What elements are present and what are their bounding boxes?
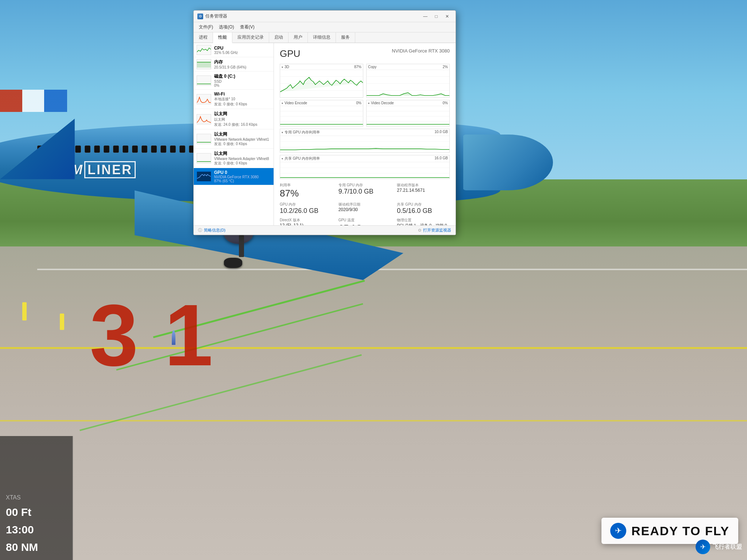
runway-letter-3: 3 bbox=[90, 291, 138, 379]
tab-users[interactable]: 用户 bbox=[289, 32, 308, 43]
eth2-subtitle: VMware Network Adapter VMnet1 bbox=[214, 137, 271, 141]
process-item-eth2[interactable]: 以太网 VMware Network Adapter VMnet1 发送: 0 … bbox=[194, 129, 274, 149]
aircraft-nose bbox=[463, 135, 553, 191]
gpu-item-subtitle: NVIDIA GeForce RTX 3080 bbox=[214, 175, 271, 179]
stat-gpu-memory: GPU 内存 10.2/26.0 GB bbox=[280, 202, 333, 215]
location-value: PCI 总线 1，设备 0，功能 0 bbox=[397, 223, 450, 225]
process-item-disk[interactable]: 磁盘 0 (C:) SSD 0% bbox=[194, 71, 274, 90]
shared-memory-header: ▾共享 GPU 内存利用率 16.0 GB bbox=[280, 155, 449, 162]
cpu-mini-chart bbox=[197, 45, 211, 55]
hud-xtas: XTAS bbox=[6, 494, 66, 501]
disk-title: 磁盘 0 (C:) bbox=[214, 73, 271, 79]
tail-stripe bbox=[0, 90, 67, 112]
window-controls: — □ ✕ bbox=[421, 13, 452, 20]
task-manager-icon: ⚙ bbox=[197, 13, 203, 19]
encode-label: ▾Video Encode bbox=[282, 101, 307, 105]
gpu-item-title: GPU 0 bbox=[214, 170, 271, 175]
process-item-eth3[interactable]: 以太网 VMware Network Adapter VMnet8 发送: 0 … bbox=[194, 149, 274, 168]
hud-distance: 80 NM bbox=[6, 541, 66, 553]
shared-memory-graph bbox=[280, 162, 449, 179]
minimize-button[interactable]: — bbox=[421, 13, 430, 20]
gpu-model-name: NVIDIA GeForce RTX 3080 bbox=[392, 48, 450, 54]
stat-shared-memory: 共享 GPU 内存 0.5/16.0 GB bbox=[397, 202, 450, 215]
driver-date-value: 2020/9/30 bbox=[338, 207, 391, 212]
process-item-wifi[interactable]: Wi-Fi 本地连接* 10 发送: 0 接收: 0 Kbps bbox=[194, 90, 274, 109]
process-item-eth1[interactable]: 以太网 以太网 发送: 24.0 接收: 16.0 Kbps bbox=[194, 109, 274, 129]
wheels-left bbox=[224, 258, 242, 268]
eth3-info: 以太网 VMware Network Adapter VMnet8 发送: 0 … bbox=[214, 151, 271, 166]
encode-percent: 0% bbox=[356, 101, 361, 105]
gpu-memory-stat-label: GPU 内存 bbox=[280, 202, 333, 207]
tab-performance[interactable]: 性能 bbox=[213, 32, 232, 43]
location-label: 物理位置 bbox=[397, 218, 450, 223]
eth3-subtitle2: 发送: 0 接收: 0 Kbps bbox=[214, 161, 271, 166]
watermark-text: 飞行者联盟 bbox=[713, 543, 742, 551]
task-manager-title: 任务管理器 bbox=[205, 13, 227, 19]
shared-memory-stat-label: 共享 GPU 内存 bbox=[397, 202, 450, 207]
eth2-mini-chart bbox=[197, 134, 211, 144]
eth2-title: 以太网 bbox=[214, 131, 271, 137]
gpu-memory-stat-value: 10.2/26.0 GB bbox=[280, 207, 333, 215]
menu-bar: 文件(F) 选项(O) 查看(V) bbox=[194, 22, 456, 32]
tab-bar: 进程 性能 应用历史记录 启动 用户 详细信息 服务 bbox=[194, 32, 456, 43]
eth2-info: 以太网 VMware Network Adapter VMnet1 发送: 0 … bbox=[214, 131, 271, 147]
stat-driver-date: 驱动程序日期 2020/9/30 bbox=[338, 202, 391, 215]
tab-details[interactable]: 详细信息 bbox=[308, 32, 336, 43]
yellow-marker-1 bbox=[22, 302, 27, 320]
process-item-memory[interactable]: 内存 20.5/31.9 GB (64%) bbox=[194, 57, 274, 71]
menu-options[interactable]: 选项(O) bbox=[216, 23, 237, 31]
video-encode-decode-row: ▾Video Encode 0% ▾V bbox=[280, 100, 450, 127]
shared-label: ▾共享 GPU 内存利用率 bbox=[282, 156, 320, 161]
svg-rect-0 bbox=[197, 62, 211, 67]
copy-label: Copy bbox=[368, 65, 376, 69]
task-manager-content: CPU 31% 5.06 GHz 内存 20.5/31.9 GB (64%) bbox=[194, 43, 456, 225]
gpu-item-subtitle2: 87% (65 °C) bbox=[214, 179, 271, 183]
disk-subtitle2: 0% bbox=[214, 83, 271, 88]
video-encode-header: ▾Video Encode 0% bbox=[280, 100, 363, 106]
brief-info-link[interactable]: 简略信息(D) bbox=[204, 228, 225, 233]
decode-percent: 0% bbox=[443, 101, 448, 105]
task-manager-titlebar: ⚙ 任务管理器 — □ ✕ bbox=[194, 11, 456, 22]
maximize-button[interactable]: □ bbox=[431, 13, 441, 20]
wifi-title: Wi-Fi bbox=[214, 92, 271, 97]
utilization-label: 利用率 bbox=[280, 183, 333, 188]
directx-label: DirectX 版本 bbox=[280, 218, 333, 223]
gpu-3d-graph-container: ▾3D 87% bbox=[280, 64, 363, 98]
hud-altitude: 00 Ft bbox=[6, 506, 66, 518]
left-panel: CPU 31% 5.06 GHz 内存 20.5/31.9 GB (64%) bbox=[194, 43, 274, 225]
tab-services[interactable]: 服务 bbox=[336, 32, 355, 43]
gpu-copy-graph-container: Copy 2% bbox=[366, 64, 450, 98]
video-decode-graph bbox=[367, 106, 449, 126]
tab-app-history[interactable]: 应用历史记录 bbox=[232, 32, 269, 43]
eth3-subtitle: VMware Network Adapter VMnet8 bbox=[214, 157, 271, 161]
eth1-title: 以太网 bbox=[214, 111, 271, 117]
dedicated-memory-header: ▾专用 GPU 内存利用率 10.0 GB bbox=[280, 129, 449, 136]
video-decode-header: ▾Video Decode 0% bbox=[367, 100, 449, 106]
menu-file[interactable]: 文件(F) bbox=[196, 23, 216, 31]
gpu-3d-graph bbox=[280, 70, 363, 97]
eth1-subtitle: 以太网 bbox=[214, 117, 271, 122]
tab-startup[interactable]: 启动 bbox=[269, 32, 289, 43]
3d-percent: 87% bbox=[354, 65, 361, 69]
process-item-gpu[interactable]: GPU 0 NVIDIA GeForce RTX 3080 87% (65 °C… bbox=[194, 168, 274, 185]
watermark-logo-circle: ✈ bbox=[696, 540, 710, 554]
cpu-subtitle: 31% 5.06 GHz bbox=[214, 51, 271, 55]
memory-info: 内存 20.5/31.9 GB (64%) bbox=[214, 59, 271, 69]
driver-version-value: 27.21.14.5671 bbox=[397, 188, 450, 193]
hud-panel: XTAS 00 Ft 13:00 80 NM bbox=[0, 436, 73, 560]
wifi-subtitle: 本地连接* 10 bbox=[214, 97, 271, 102]
dedicated-memory-stat-label: 专用 GPU 内存 bbox=[338, 183, 391, 188]
stat-gpu-temp: GPU 温度 65 °C bbox=[338, 218, 391, 225]
video-encode-graph bbox=[280, 106, 363, 126]
video-encode-container: ▾Video Encode 0% bbox=[280, 100, 363, 127]
close-button[interactable]: ✕ bbox=[442, 13, 452, 20]
tab-processes[interactable]: 进程 bbox=[194, 32, 213, 43]
process-item-cpu[interactable]: CPU 31% 5.06 GHz bbox=[194, 43, 274, 57]
landing-gear-left bbox=[239, 235, 244, 257]
blue-cone bbox=[172, 330, 175, 345]
gpu-header: GPU NVIDIA GeForce RTX 3080 bbox=[280, 48, 450, 59]
resource-monitor-link[interactable]: 打开资源监视器 bbox=[423, 228, 451, 233]
stat-driver-version: 驱动程序版本 27.21.14.5671 bbox=[397, 183, 450, 199]
decode-label: ▾Video Decode bbox=[368, 101, 394, 105]
menu-view[interactable]: 查看(V) bbox=[237, 23, 258, 31]
